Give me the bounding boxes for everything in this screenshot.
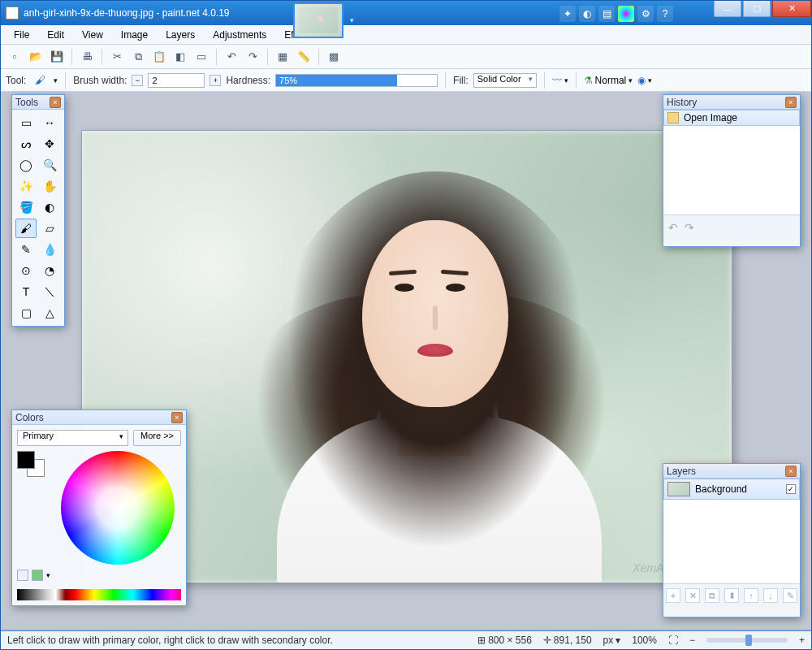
- colors-panel-close[interactable]: ×: [171, 412, 183, 423]
- tool-gradient[interactable]: ◐: [39, 197, 60, 217]
- copy-icon[interactable]: ⧉: [129, 48, 147, 66]
- titlebar: anh-girl-xinh-9x-de-thuong.jpg - paint.n…: [1, 1, 811, 25]
- tool-zoom[interactable]: 🔍: [39, 155, 60, 175]
- brush-width-decrease[interactable]: −: [132, 75, 143, 86]
- document-thumbnails: ▾: [293, 2, 354, 38]
- blend-mode-select[interactable]: ⚗ Normal ▾: [584, 75, 633, 86]
- menu-edit[interactable]: Edit: [39, 27, 72, 43]
- window-title: anh-girl-xinh-9x-de-thuong.jpg - paint.n…: [24, 7, 230, 19]
- cut-icon[interactable]: ✂: [108, 48, 126, 66]
- antialias-toggle[interactable]: 〰▾: [552, 75, 568, 86]
- tool-text[interactable]: T: [15, 282, 37, 301]
- crop-icon[interactable]: ◧: [171, 48, 189, 66]
- open-icon[interactable]: 📂: [27, 48, 45, 66]
- tool-recolor[interactable]: ◔: [39, 261, 60, 280]
- palette-icon[interactable]: [618, 6, 634, 22]
- tool-paint-bucket[interactable]: 🪣: [15, 197, 37, 217]
- tool-magic-wand[interactable]: ✨: [15, 176, 37, 196]
- layer-delete-icon[interactable]: ✕: [685, 588, 700, 603]
- layer-duplicate-icon[interactable]: ⧉: [705, 588, 719, 603]
- add-document-icon[interactable]: ▾: [350, 16, 354, 24]
- paste-icon[interactable]: 📋: [150, 48, 168, 66]
- wand-icon[interactable]: ✦: [559, 6, 576, 22]
- layers-panel-close[interactable]: ×: [785, 466, 797, 477]
- zoom-fit-icon[interactable]: ⛶: [668, 635, 678, 646]
- redo-icon[interactable]: ↷: [244, 48, 261, 66]
- history-item[interactable]: Open Image: [663, 110, 800, 126]
- tool-line[interactable]: ＼: [39, 282, 60, 301]
- history-panel-title: History: [667, 97, 697, 108]
- primary-color-swatch[interactable]: [17, 451, 35, 469]
- zoom-slider[interactable]: [706, 638, 788, 643]
- layer-visibility-checkbox[interactable]: ✓: [786, 484, 796, 494]
- history-redo-icon[interactable]: ↷: [685, 221, 694, 234]
- manage-palette-icon[interactable]: [32, 570, 43, 581]
- grid-icon[interactable]: ▦: [274, 48, 292, 66]
- save-icon[interactable]: 💾: [48, 48, 66, 66]
- tools-panel: Tools× ▭ ↔ ᔕ ✥ ◯ 🔍 ✨ ✋ 🪣 ◐ 🖌 ▱ ✎ 💧 ⊙ ◔ T…: [11, 94, 65, 327]
- print-icon[interactable]: 🖶: [78, 48, 96, 66]
- layer-down-icon[interactable]: ↓: [763, 588, 778, 603]
- colors-more-button[interactable]: More >>: [133, 430, 181, 446]
- maximize-button[interactable]: ▢: [743, 1, 771, 17]
- tool-pan[interactable]: ✋: [39, 176, 60, 196]
- color-palette[interactable]: [17, 589, 181, 600]
- menu-layers[interactable]: Layers: [158, 27, 203, 43]
- menu-image[interactable]: Image: [113, 27, 156, 43]
- layer-up-icon[interactable]: ↑: [744, 588, 758, 603]
- tool-color-picker[interactable]: 💧: [39, 240, 60, 259]
- close-button[interactable]: ✕: [772, 1, 811, 17]
- brush-width-increase[interactable]: +: [209, 75, 221, 86]
- brush-width-input[interactable]: [148, 73, 205, 88]
- document-thumb[interactable]: [293, 2, 343, 38]
- ruler-icon[interactable]: 📏: [295, 48, 313, 66]
- pixel-grid-icon[interactable]: ▩: [325, 48, 343, 66]
- layer-properties-icon[interactable]: ✎: [783, 588, 797, 603]
- tool-move-selection[interactable]: ↔: [39, 113, 60, 132]
- gear-icon[interactable]: ⚙: [637, 6, 654, 22]
- clock-icon[interactable]: ◐: [579, 6, 595, 22]
- undo-icon[interactable]: ↶: [222, 48, 240, 66]
- history-panel-close[interactable]: ×: [785, 97, 797, 108]
- zoom-in-icon[interactable]: +: [799, 635, 805, 646]
- tool-clone-stamp[interactable]: ⊙: [15, 261, 37, 280]
- tool-lasso[interactable]: ᔕ: [15, 134, 37, 154]
- menu-adjustments[interactable]: Adjustments: [205, 27, 274, 43]
- hardness-slider[interactable]: 75%: [275, 74, 438, 87]
- tool-rect-select[interactable]: ▭: [15, 113, 37, 132]
- menu-file[interactable]: File: [6, 27, 37, 43]
- status-zoom[interactable]: 100%: [632, 635, 657, 646]
- deselect-icon[interactable]: ▭: [192, 48, 210, 66]
- tool-shapes-alt[interactable]: △: [39, 303, 60, 323]
- tool-move-pixels[interactable]: ✥: [39, 134, 60, 154]
- zoom-out-icon[interactable]: −: [689, 635, 695, 646]
- tool-shapes[interactable]: ▢: [15, 303, 37, 323]
- tools-panel-title: Tools: [15, 97, 38, 108]
- new-icon[interactable]: ▫: [6, 48, 24, 66]
- layer-item[interactable]: Background ✓: [663, 479, 800, 500]
- status-unit[interactable]: px ▾: [603, 635, 621, 646]
- tools-panel-close[interactable]: ×: [50, 97, 61, 108]
- add-color-icon[interactable]: [17, 570, 28, 581]
- color-swatches[interactable]: [17, 451, 48, 479]
- minimize-button[interactable]: —: [714, 1, 741, 17]
- tool-pencil[interactable]: ✎: [15, 240, 37, 259]
- tool-ellipse-select[interactable]: ◯: [15, 155, 37, 175]
- hardness-label: Hardness:: [226, 75, 270, 86]
- fill-select[interactable]: Solid Color: [473, 73, 537, 88]
- overwrite-toggle[interactable]: ◉▾: [637, 75, 652, 86]
- help-icon[interactable]: ?: [657, 6, 673, 22]
- color-mode-select[interactable]: Primary: [17, 430, 128, 446]
- menu-view[interactable]: View: [74, 27, 111, 43]
- tool-paintbrush[interactable]: 🖌: [15, 219, 37, 238]
- layers-panel-title: Layers: [667, 466, 696, 477]
- palette-menu-icon[interactable]: ▾: [46, 571, 50, 579]
- layer-add-icon[interactable]: +: [666, 588, 680, 603]
- active-tool-icon[interactable]: 🖌: [31, 72, 49, 89]
- tool-dropdown-icon[interactable]: ▾: [54, 76, 58, 84]
- layer-merge-icon[interactable]: ⬍: [724, 588, 739, 603]
- color-wheel[interactable]: [61, 451, 175, 565]
- stack-icon[interactable]: ▤: [598, 6, 615, 22]
- history-undo-icon[interactable]: ↶: [668, 221, 678, 234]
- tool-eraser[interactable]: ▱: [39, 219, 60, 238]
